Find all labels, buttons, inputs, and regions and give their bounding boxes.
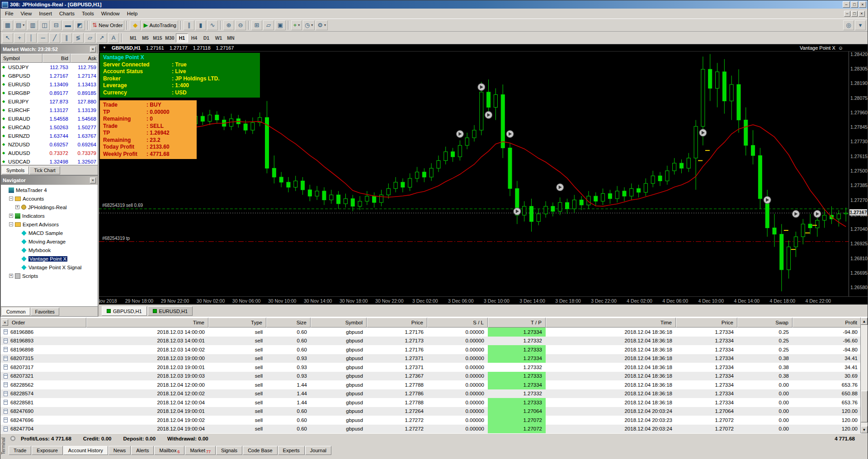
nav-item-scripts[interactable]: +Scripts	[1, 272, 98, 280]
timeframe-h4[interactable]: H4	[188, 33, 200, 42]
history-row[interactable]: 681968932018.12.03 14:00:01sell0.60gbpus…	[0, 337, 868, 346]
nav-item-jpholdings-real[interactable]: +JPHoldings-Real	[1, 203, 98, 211]
scrollbar-track[interactable]	[861, 325, 868, 426]
column-header-t-p[interactable]: T / P	[488, 318, 546, 328]
timeframe-m30[interactable]: M30	[164, 33, 176, 42]
symbol-row-audusd[interactable]: ◆AUDUSD0.733720.73379	[1, 149, 98, 157]
menu-view[interactable]: View	[17, 9, 36, 18]
time-axis[interactable]: 29 Nov 201829 Nov 18:0029 Nov 22:0030 No…	[99, 296, 868, 304]
shapes-button[interactable]: ▱	[85, 33, 95, 43]
nav-item-accounts[interactable]: −Accounts	[1, 194, 98, 203]
market-watch-column-ask[interactable]: Ask	[71, 54, 99, 63]
history-row[interactable]: 682073212018.12.03 19:00:03sell0.93gbpus…	[0, 372, 868, 381]
history-row[interactable]: 682476962018.12.04 19:00:02sell0.60gbpus…	[0, 416, 868, 425]
scroll-down-icon[interactable]: ▼	[861, 426, 868, 433]
symbol-row-usdjpy[interactable]: ◆USDJPY112.753112.759	[1, 63, 98, 71]
new-order-button[interactable]: ⇅New Order	[90, 20, 124, 30]
crosshair-button[interactable]: +	[14, 33, 25, 43]
nav-item-vantage-point-x[interactable]: Vantage Point X	[1, 254, 98, 263]
vertical-line-button[interactable]: │	[26, 33, 37, 43]
horizontal-line-button[interactable]: ─	[38, 33, 48, 43]
cascade-windows-button[interactable]: ▱	[263, 20, 274, 30]
timeframe-d1[interactable]: D1	[200, 33, 212, 42]
timeframe-w1[interactable]: W1	[212, 33, 225, 42]
terminal-tab-news[interactable]: News	[108, 446, 131, 455]
column-header-time-close[interactable]: Time	[546, 318, 676, 328]
history-row[interactable]: 681968862018.12.03 14:00:00sell0.60gbpus…	[0, 328, 868, 337]
price-scale[interactable]: 1.27167 1.284201.283051.281901.280751.27…	[849, 52, 868, 296]
zoom-in-button[interactable]: ⊕	[223, 20, 234, 30]
symbol-row-euraud[interactable]: ◆EURAUD1.545581.54568	[1, 114, 98, 123]
terminal-tab-alerts[interactable]: Alerts	[131, 446, 154, 455]
column-header-price[interactable]: Price	[367, 318, 427, 328]
chart-canvas[interactable]: #68254319 sell 0.69#68254319 tp Vantage …	[99, 52, 868, 296]
terminal-scrollbar[interactable]: ▲ ▼	[860, 318, 868, 433]
terminal-tab-exposure[interactable]: Exposure	[32, 446, 62, 455]
nav-item-macd-sample[interactable]: MACD Sample	[1, 229, 98, 237]
scroll-up-icon[interactable]: ▲	[861, 318, 868, 325]
one-click-trading-icon[interactable]: ▼	[103, 46, 106, 50]
menu-window[interactable]: Window	[98, 9, 123, 18]
chart-line-button[interactable]: ∿	[207, 20, 218, 30]
column-header-profit[interactable]: Profit	[793, 318, 861, 328]
profiles-button[interactable]: ▤▾	[14, 20, 26, 30]
column-header-price-close[interactable]: Price	[676, 318, 737, 328]
chart-bars-button[interactable]: ∥	[184, 20, 194, 30]
collapse-icon[interactable]: −	[9, 222, 13, 226]
history-row[interactable]: 682285622018.12.04 12:00:00sell1.44gbpus…	[0, 380, 868, 389]
fibonacci-button[interactable]: ≶	[73, 33, 84, 43]
chart-candles-button[interactable]: ▮	[195, 20, 206, 30]
menu-tools[interactable]: Tools	[78, 9, 98, 18]
arrows-button[interactable]: ↗	[96, 33, 107, 43]
market-watch-tab-tick-chart[interactable]: Tick Chart	[29, 166, 60, 174]
terminal-close-icon[interactable]: ×	[2, 319, 8, 326]
data-window-button[interactable]: ◫	[39, 20, 50, 30]
indicators-button[interactable]: +▾	[291, 20, 302, 30]
terminal-tab-account-history[interactable]: Account History	[63, 446, 108, 455]
terminal-tab-mailbox[interactable]: Mailbox6	[154, 446, 184, 455]
chart-tab-eurusd-h1[interactable]: EURUSD,H1	[148, 306, 193, 316]
navigator-tab-favorites[interactable]: Favorites	[31, 308, 59, 316]
chart-tab-gbpusd-h1[interactable]: GBPUSD,H1	[102, 306, 147, 316]
periods-button[interactable]: ◷▾	[303, 20, 315, 30]
terminal-tab-trade[interactable]: Trade	[9, 446, 31, 455]
column-header-time[interactable]: Time	[86, 318, 208, 328]
close-button[interactable]: ×	[859, 1, 866, 8]
column-header-size[interactable]: Size	[266, 318, 311, 328]
nav-item-indicators[interactable]: +Indicators	[1, 211, 98, 220]
market-watch-button[interactable]: ▥	[27, 20, 38, 30]
market-watch-close-icon[interactable]: ×	[90, 47, 96, 52]
column-header-s-l[interactable]: S / L	[427, 318, 488, 328]
nav-item-myfxbook[interactable]: Myfxbook	[1, 246, 98, 254]
terminal-tab-signals[interactable]: Signals	[216, 446, 242, 455]
column-header-type[interactable]: Type	[208, 318, 266, 328]
terminal-tab-journal[interactable]: Journal	[305, 446, 331, 455]
expand-icon[interactable]: +	[9, 274, 13, 278]
cursor-button[interactable]: ↖	[2, 33, 13, 43]
timeframe-mn[interactable]: MN	[225, 33, 237, 42]
menu-file[interactable]: File	[1, 9, 17, 18]
timeframe-m1[interactable]: M1	[127, 33, 139, 42]
nav-item-expert-advisors[interactable]: −Expert Advisors	[1, 220, 98, 229]
column-header-symbol[interactable]: Symbol	[311, 318, 367, 328]
market-watch-column-symbol[interactable]: Symbol	[1, 54, 42, 63]
terminal-tab-market[interactable]: Market77	[185, 446, 216, 455]
symbol-row-eurjpy[interactable]: ◆EURJPY127.873127.880	[1, 97, 98, 106]
column-header-swap[interactable]: Swap	[737, 318, 793, 328]
symbol-row-gbpusd[interactable]: ◆GBPUSD1.271671.27174	[1, 71, 98, 80]
terminal-button[interactable]: ▬	[62, 20, 73, 30]
navigator-close-icon[interactable]: ×	[90, 178, 96, 183]
chart-restore-button[interactable]: □	[851, 11, 858, 17]
restore-button[interactable]: □	[851, 1, 858, 8]
history-row[interactable]: 682073172018.12.03 19:00:01sell0.93gbpus…	[0, 363, 868, 372]
ea-smiley-icon[interactable]: ☺	[838, 45, 843, 51]
terminal-tab-experts[interactable]: Experts	[278, 446, 305, 455]
arrange-windows-button[interactable]: ▣	[275, 20, 286, 30]
symbol-row-eurusd[interactable]: ◆EURUSD1.134091.13413	[1, 80, 98, 89]
expand-icon[interactable]: +	[15, 205, 19, 209]
market-watch-tab-symbols[interactable]: Symbols	[2, 166, 29, 174]
text-button[interactable]: A	[108, 33, 119, 43]
channel-button[interactable]: ∥	[61, 33, 72, 43]
symbol-row-nzdusd[interactable]: ◆NZDUSD0.692570.69264	[1, 140, 98, 149]
terminal-tab-code-base[interactable]: Code Base	[243, 446, 277, 455]
